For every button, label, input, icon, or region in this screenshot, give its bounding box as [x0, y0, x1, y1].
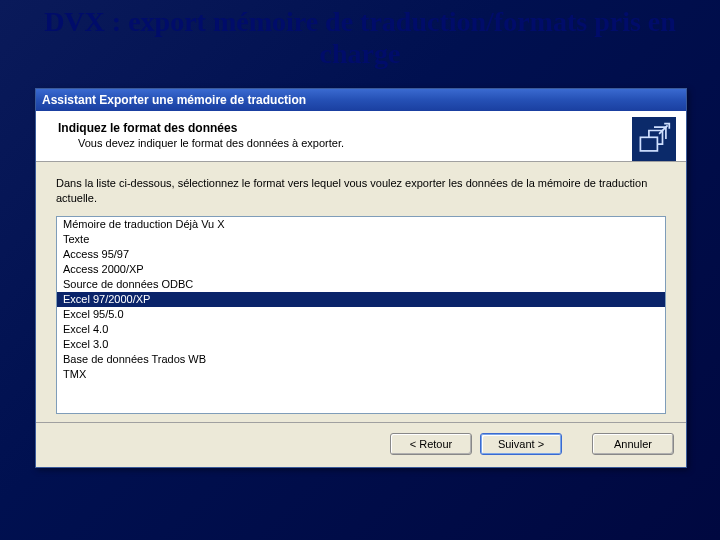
list-item[interactable]: TMX: [57, 367, 665, 382]
cancel-button[interactable]: Annuler: [592, 433, 674, 455]
list-item[interactable]: Mémoire de traduction Déjà Vu X: [57, 217, 665, 232]
slide-title: DVX : export mémoire de traduction/forma…: [0, 0, 720, 80]
list-item[interactable]: Excel 95/5.0: [57, 307, 665, 322]
back-button[interactable]: < Retour: [390, 433, 472, 455]
wizard-body: Dans la liste ci-dessous, sélectionnez l…: [36, 162, 686, 422]
wizard-header-subtitle: Vous devez indiquer le format des donnée…: [50, 137, 672, 149]
list-item[interactable]: Excel 4.0: [57, 322, 665, 337]
instruction-text: Dans la liste ci-dessous, sélectionnez l…: [56, 176, 666, 206]
dialog-title-text: Assistant Exporter une mémoire de traduc…: [42, 93, 306, 107]
next-button[interactable]: Suivant >: [480, 433, 562, 455]
list-item[interactable]: Texte: [57, 232, 665, 247]
export-wizard-dialog: Assistant Exporter une mémoire de traduc…: [35, 88, 687, 468]
wizard-header: Indiquez le format des données Vous deve…: [36, 111, 686, 162]
svg-rect-0: [640, 137, 657, 151]
button-row: < Retour Suivant > Annuler: [36, 422, 686, 467]
export-tm-icon: [632, 117, 676, 161]
list-item[interactable]: Excel 97/2000/XP: [57, 292, 665, 307]
list-item[interactable]: Access 95/97: [57, 247, 665, 262]
list-item[interactable]: Access 2000/XP: [57, 262, 665, 277]
dialog-titlebar: Assistant Exporter une mémoire de traduc…: [36, 89, 686, 111]
format-listbox[interactable]: Mémoire de traduction Déjà Vu XTexteAcce…: [56, 216, 666, 414]
list-item[interactable]: Base de données Trados WB: [57, 352, 665, 367]
list-item[interactable]: Source de données ODBC: [57, 277, 665, 292]
button-gap: [570, 433, 584, 455]
wizard-header-title: Indiquez le format des données: [50, 121, 672, 135]
list-item[interactable]: Excel 3.0: [57, 337, 665, 352]
